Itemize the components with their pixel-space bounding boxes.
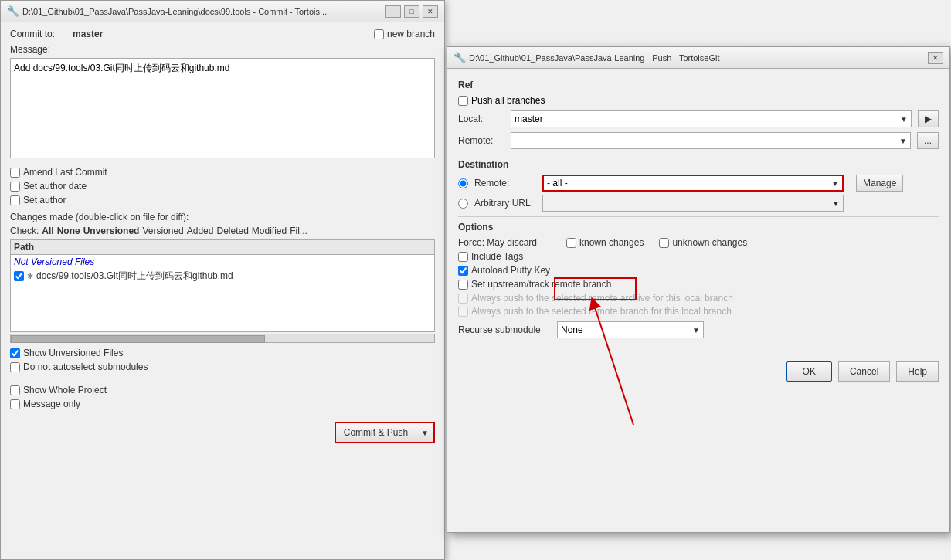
check-versioned-link[interactable]: Versioned	[142, 226, 183, 236]
file-list: Path Not Versioned Files ✱ docs/99.tools…	[10, 239, 435, 332]
show-whole-project-checkbox[interactable]	[10, 385, 20, 395]
message-textarea[interactable]: Add docs/99.tools/03.Git同时上传到码云和github.m…	[10, 58, 435, 158]
arbitrary-url-combo[interactable]: ▼	[542, 195, 844, 212]
remote-radio-row: Remote: - all - ▼ Manage	[458, 175, 939, 192]
always-push-branch-option: Always push to the selected remote branc…	[458, 306, 939, 317]
minimize-button[interactable]: ─	[385, 5, 401, 18]
message-only-option: Message only	[10, 399, 435, 409]
new-branch-checkbox[interactable]	[374, 29, 384, 39]
remote-radio[interactable]	[458, 178, 468, 188]
always-push-archive-checkbox	[458, 294, 468, 304]
commit-window: 🔧 D:\01_Github\01_PassJava\PassJava-Lean…	[0, 0, 445, 560]
always-push-branch-checkbox	[458, 307, 468, 317]
remote-label: Remote:	[458, 135, 504, 146]
file-item[interactable]: ✱ docs/99.tools/03.Git同时上传到码云和github.md	[11, 269, 434, 283]
show-unversioned-option: Show Unversioned Files	[10, 348, 435, 358]
known-changes-checkbox[interactable]	[566, 238, 576, 248]
do-not-autoselect-option: Do not autoselect submodules	[10, 361, 435, 372]
force-label: Force: May discard	[458, 237, 551, 248]
horizontal-scrollbar[interactable]	[10, 334, 435, 343]
new-branch-label: new branch	[387, 29, 435, 39]
show-unversioned-checkbox[interactable]	[10, 348, 20, 358]
message-only-checkbox[interactable]	[10, 399, 20, 409]
commit-titlebar: 🔧 D:\01_Github\01_PassJava\PassJava-Lean…	[1, 1, 444, 22]
remote-combo[interactable]: ▼	[511, 132, 911, 149]
remote-combo-arrow: ▼	[899, 137, 907, 145]
scrollbar-thumb	[11, 335, 265, 343]
recurse-label: Recurse submodule	[458, 324, 551, 335]
changes-header: Changes made (double-click on file for d…	[10, 212, 435, 222]
check-none-link[interactable]: None	[57, 226, 80, 236]
do-not-autoselect-checkbox[interactable]	[10, 362, 20, 372]
amend-checkbox[interactable]	[10, 168, 20, 178]
set-upstream-checkbox[interactable]	[458, 280, 468, 290]
set-author-option: Set author	[10, 195, 435, 205]
options-separator	[458, 216, 939, 217]
dest-combo-arrow: ▼	[831, 179, 839, 188]
remote-radio-label: Remote:	[474, 178, 536, 188]
always-push-archive-option: Always push to the selected remote archi…	[458, 293, 939, 304]
push-all-branches-checkbox[interactable]	[458, 96, 468, 106]
autoload-putty-option: Autoload Putty Key	[458, 265, 939, 276]
manage-button[interactable]: Manage	[856, 175, 903, 192]
autoload-putty-checkbox[interactable]	[458, 266, 468, 276]
force-row: Force: May discard known changes unknown…	[458, 237, 939, 248]
arbitrary-url-row: Arbitrary URL: ▼	[458, 195, 939, 212]
local-arrow-button[interactable]: ▶	[918, 110, 939, 127]
local-row: Local: master ▼ ▶	[458, 110, 939, 127]
check-all-link[interactable]: All	[42, 226, 53, 236]
known-changes-option: known changes	[566, 237, 644, 248]
include-tags-checkbox[interactable]	[458, 252, 468, 262]
set-author-checkbox[interactable]	[10, 195, 20, 205]
file-group-label: Not Versioned Files	[11, 255, 434, 269]
help-button[interactable]: Help	[896, 361, 939, 382]
push-separator	[458, 154, 939, 154]
ref-section-title: Ref	[458, 80, 939, 90]
check-row: Check: All None Unversioned Versioned Ad…	[10, 226, 435, 236]
local-combo[interactable]: master ▼	[511, 110, 912, 127]
recurse-combo-arrow: ▼	[692, 326, 700, 334]
restore-button[interactable]: □	[404, 5, 419, 18]
commit-bottom-buttons: Commit & Push ▼	[1, 416, 444, 450]
set-author-date-checkbox[interactable]	[10, 182, 20, 192]
commit-branch-value: master	[73, 29, 103, 39]
push-window: 🔧 D:\01_Github\01_PassJava\PassJava-Lean…	[447, 46, 950, 533]
commit-push-dropdown-arrow[interactable]: ▼	[416, 423, 433, 442]
bottom-options: Show Unversioned Files Do not autoselect…	[10, 348, 435, 372]
push-window-controls: ✕	[928, 52, 943, 64]
cancel-button[interactable]: Cancel	[838, 361, 890, 382]
unknown-changes-checkbox[interactable]	[659, 238, 669, 248]
remote-dots-button[interactable]: ...	[917, 132, 939, 149]
commit-to-label: Commit to:	[10, 29, 68, 39]
include-tags-option: Include Tags	[458, 251, 939, 262]
options-section: Amend Last Commit Set author date Set au…	[10, 167, 435, 205]
commit-push-button[interactable]: Commit & Push	[336, 423, 416, 442]
show-whole-project-option: Show Whole Project	[10, 385, 435, 395]
remote-row: Remote: ▼ ...	[458, 132, 939, 149]
check-deleted-link[interactable]: Deleted	[216, 226, 248, 236]
url-combo-arrow: ▼	[832, 199, 840, 208]
changes-section: Changes made (double-click on file for d…	[10, 212, 435, 343]
arbitrary-url-radio[interactable]	[458, 199, 468, 209]
set-author-date-option: Set author date	[10, 181, 435, 192]
push-titlebar: 🔧 D:\01_Github\01_PassJava\PassJava-Lean…	[447, 47, 949, 69]
destination-title: Destination	[458, 159, 939, 170]
file-checkbox[interactable]	[14, 271, 24, 281]
recurse-combo[interactable]: None ▼	[557, 321, 704, 338]
check-unversioned-link[interactable]: Unversioned	[83, 226, 140, 236]
push-close-button[interactable]: ✕	[928, 52, 943, 64]
check-files-link[interactable]: Fil...	[290, 226, 307, 236]
file-path: docs/99.tools/03.Git同时上传到码云和github.md	[36, 270, 233, 283]
check-modified-link[interactable]: Modified	[252, 226, 287, 236]
local-label: Local:	[458, 114, 504, 124]
commit-to-row: Commit to: master new branch	[10, 29, 435, 39]
check-added-link[interactable]: Added	[187, 226, 214, 236]
bottom-area: Show Whole Project Message only	[1, 382, 444, 409]
commit-title: 🔧 D:\01_Github\01_PassJava\PassJava-Lean…	[7, 5, 327, 17]
remote-dest-combo[interactable]: - all - ▼	[542, 175, 844, 192]
commit-body: Commit to: master new branch Message: Ad…	[1, 22, 444, 382]
push-bottom-buttons: OK Cancel Help	[447, 354, 949, 389]
destination-section: Destination Remote: - all - ▼ Manage Arb…	[458, 159, 939, 212]
close-button[interactable]: ✕	[423, 5, 438, 18]
ok-button[interactable]: OK	[786, 361, 832, 382]
